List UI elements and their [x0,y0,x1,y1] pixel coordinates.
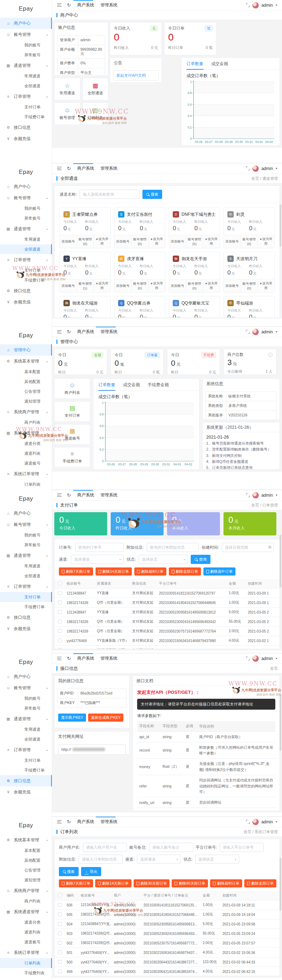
order-no-input[interactable] [75,543,124,552]
sidebar-item[interactable]: 手续费订单 ▲ [0,112,52,122]
chart-tab[interactable]: 订单数量 [98,382,115,390]
row-checkbox[interactable] [58,912,62,916]
set-favorite-button[interactable]: 设为常用 [148,235,165,248]
sidebar-item[interactable]: 异常账号 ▲ [0,540,52,550]
set-favorite-button[interactable]: 设为常用 [203,280,220,292]
add-account-button[interactable]: 添加账号 [224,235,241,248]
delete-orders-button[interactable]: 删除全部订单 [169,568,201,576]
sidebar-item[interactable]: 我的账号 ▲ [0,530,52,540]
breadcrumb[interactable]: 首页 / 系统订单管理 [244,829,278,835]
scrollbar-thumb[interactable] [280,695,281,751]
api-doc-link[interactable]: 发起支付API文档 [113,70,159,81]
fullscreen-icon[interactable] [246,493,250,497]
sidebar-item[interactable]: 公告管理 ▲ [0,865,52,875]
fullscreen-icon[interactable] [246,167,250,170]
account-manage-button[interactable]: 账号管理(0) [77,235,94,248]
sidebar-item[interactable]: 通道分类 ▲ [0,439,52,449]
sidebar-item[interactable]: ▦ 通道管理 ▲ [0,713,52,724]
sidebar-item[interactable]: ⚙ 系统基本管理 ▲ [0,356,52,367]
account-manage-button[interactable]: 账号管理(1) [77,280,94,292]
account-manage-button[interactable]: 账号管理(0) [241,235,258,248]
sidebar-item[interactable]: 通道分类 ▲ [0,917,52,927]
username[interactable]: admin [261,166,273,171]
add-account-button[interactable]: 添加账号 [115,235,131,248]
regenerate-key-button[interactable]: 重新生成商户KEY [88,714,123,722]
row-checkbox[interactable] [58,922,62,926]
status-select[interactable]: 选择状态 [139,555,188,564]
sidebar-item[interactable]: 手续费列表 ▲ [0,968,52,978]
sidebar-item[interactable]: 通道列表 ▲ [0,449,52,458]
avatar[interactable] [252,655,259,662]
set-favorite-button[interactable]: 设为常用 [258,235,274,248]
sidebar-item[interactable]: 公告管理 ▲ [0,387,52,396]
sidebar-item[interactable]: 我的账号 ▲ [0,204,52,213]
channel-select[interactable]: 选择通道 [137,855,181,864]
menu-toggle-icon[interactable] [57,330,62,333]
menu-toggle-icon[interactable] [57,3,62,7]
row-checkbox[interactable] [58,629,62,633]
chart-tab[interactable]: 成交金额 [123,382,140,390]
sidebar-item[interactable]: ⚙ 接口信息 ▲ [0,775,52,786]
add-account-button[interactable]: 添加账号 [169,235,186,248]
account-remark-input[interactable] [149,843,193,852]
sidebar-item[interactable]: 通道账号 ▲ [0,458,52,468]
delete-orders-button[interactable]: 删除14天前订单 [96,568,132,576]
tab-merchant-system[interactable]: 商户系统 [77,492,94,498]
sidebar-item[interactable]: 手续费订单 ▲ [0,275,52,285]
delete-orders-button[interactable]: 删除超时订单 [134,568,167,576]
sidebar-item[interactable]: 支付订单 ▲ [0,592,52,602]
refresh-icon[interactable]: ↻ [67,493,71,497]
account-manage-button[interactable]: 账号管理(0) [186,235,203,248]
sidebar-item[interactable]: 常用通道 ▲ [0,234,52,244]
row-checkbox[interactable] [58,591,62,595]
sidebar-item[interactable]: 基本配置 ▲ [0,367,52,377]
fullscreen-icon[interactable] [246,657,250,660]
row-checkbox[interactable] [58,648,62,649]
delete-orders-button[interactable]: 删除全部订单 [244,879,276,888]
refresh-icon[interactable]: ↻ [67,656,71,661]
sidebar-item[interactable]: ⌂ 管理中心 ▲ [0,344,52,356]
sidebar-item[interactable]: ¥ 余额充值 ▲ [0,623,52,634]
delete-orders-button[interactable]: 删除30天前订单 [134,879,170,888]
query-button[interactable]: 查询 [191,555,210,564]
sidebar-item[interactable]: ☺ 账号管理 ▲ [0,192,52,204]
chart-tab[interactable]: 成交金额 [211,61,228,69]
sidebar-item[interactable]: 通道账号 ▲ [0,937,52,947]
username[interactable]: admin [261,819,273,824]
menu-toggle-icon[interactable] [57,167,62,170]
sidebar-item[interactable]: ▦ 系统通道管理 ▲ [0,906,52,917]
row-checkbox[interactable] [58,903,62,907]
sidebar-item[interactable]: ⌂ 商户中心 ▲ [0,671,52,682]
scrollbar-thumb[interactable] [280,535,281,587]
username[interactable]: admin [261,656,273,661]
sidebar-item[interactable]: ≡ 系统订单管理 ▲ [0,947,52,958]
sidebar-item[interactable]: ⚙ 系统基本管理 ▲ [0,834,52,846]
add-account-button[interactable]: 添加账号 [169,280,186,292]
sidebar-item[interactable]: ¥ 余额充值 ▲ [0,786,52,798]
delete-orders-button[interactable]: 删除7天前订单 [59,879,93,888]
sidebar-item[interactable]: 全部通道 ▲ [0,571,52,581]
refresh-icon[interactable]: ↻ [67,166,71,171]
row-checkbox[interactable] [58,931,62,935]
sidebar-item[interactable]: ⌂ 商户中心 ▲ [0,18,52,29]
set-favorite-button[interactable]: 设为常用 [148,280,165,292]
refresh-icon[interactable]: ↻ [67,819,71,824]
row-checkbox[interactable] [58,950,62,954]
breadcrumb[interactable]: 首页 / 订单管理 [252,503,278,508]
tab-admin-system[interactable]: 管理系统 [101,655,117,662]
sidebar-item[interactable]: 全部通道 ▲ [0,734,52,744]
account-manage-button[interactable]: 账号管理(0) [131,235,148,248]
set-favorite-button[interactable]: 设为常用 [94,235,111,248]
sidebar-item[interactable]: 我的账号 ▲ [0,40,52,50]
sidebar-item[interactable]: 支付订单 ▲ [0,102,52,112]
avatar[interactable] [252,165,259,172]
delete-orders-button[interactable]: 删除90天前订单 [171,879,208,888]
tab-merchant-system[interactable]: 商户系统 [77,655,94,662]
sidebar-item[interactable]: ▦ 通道管理 ▲ [0,60,52,71]
username[interactable]: admin [261,3,273,8]
tab-merchant-system[interactable]: 商户系统 [77,165,94,172]
sidebar-item[interactable]: ≡ 系统订单管理 ▲ [0,468,52,479]
account-manage-button[interactable]: 账号管理(0) [241,280,258,292]
menu-toggle-icon[interactable] [57,657,62,660]
delete-orders-button[interactable]: 删除7天前订单 [59,568,93,576]
